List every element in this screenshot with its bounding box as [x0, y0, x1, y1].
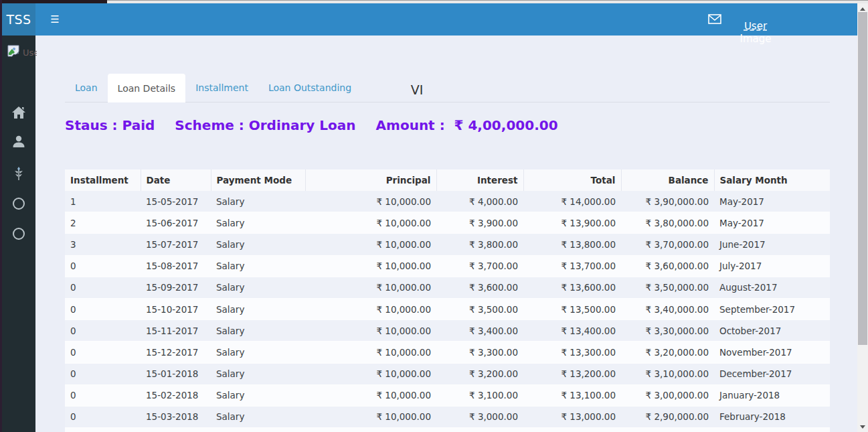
sidebar-toggle-button[interactable]: ☰ — [43, 3, 67, 35]
column-header-date: Date — [141, 169, 211, 191]
cell-interest: ₹ 3,400.00 — [436, 320, 523, 342]
table-row: 0 15-10-2017 Salary ₹ 10,000.00 ₹ 3,500.… — [65, 298, 830, 319]
cell-interest: ₹ 3,100.00 — [436, 384, 523, 406]
cell-salary-month: May-2017 — [714, 191, 830, 212]
tab-loan[interactable]: Loan — [65, 74, 108, 102]
cell-installment: 0 — [65, 298, 141, 319]
cell-salary-month: November-2017 — [714, 342, 830, 363]
loan-details-table: InstallmentDatePayment ModePrincipalInte… — [65, 169, 830, 432]
column-header-installment: Installment — [65, 169, 141, 191]
cell-principal: ₹ 10,000.00 — [305, 342, 436, 363]
cell-principal: ₹ 10,000.00 — [305, 234, 436, 255]
cell-principal: ₹ 10,000.00 — [305, 212, 436, 234]
sidebar-item-menu-2[interactable] — [2, 228, 35, 240]
table-row: 0 15-03-2018 Salary ₹ 10,000.00 ₹ 3,000.… — [65, 406, 830, 427]
scroll-down-button[interactable] — [857, 421, 868, 432]
broken-image-icon — [7, 45, 21, 60]
cell-salary-month: October-2017 — [714, 320, 830, 342]
cell-interest: ₹ 0.00 — [436, 428, 523, 432]
sidebar-item-user[interactable] — [2, 135, 35, 151]
cell-payment-mode: Salary — [211, 342, 305, 363]
cell-principal: ₹ 10,000.00 — [305, 277, 436, 298]
cell-balance: ₹ 3,50,000.00 — [621, 277, 714, 298]
cell-balance: ₹ 3,30,000.00 — [621, 320, 714, 342]
column-header-interest: Interest — [436, 169, 523, 191]
cell-balance: ₹ 3,00,000.00 — [621, 384, 714, 406]
brand-logo[interactable]: TSS — [2, 3, 35, 35]
table-row: 0 15-12-2017 Salary ₹ 10,000.00 ₹ 3,300.… — [65, 342, 830, 363]
window-top-edge-dark — [0, 0, 107, 3]
sidebar-item-scheme[interactable] — [2, 167, 35, 183]
column-header-balance: Balance — [621, 169, 714, 191]
sidebar: Use — [2, 35, 35, 432]
cell-total: ₹ 13,100.00 — [523, 384, 621, 406]
cell-salary-month: July-2017 — [714, 255, 830, 277]
cell-total: ₹ 13,800.00 — [523, 234, 621, 255]
cell-installment: 0 — [65, 277, 141, 298]
cell-date: 15-10-2017 — [141, 298, 211, 319]
cell-principal: ₹ 10,000.00 — [305, 191, 436, 212]
cell-principal: ₹ 2,80,000.00 — [305, 428, 436, 432]
loan-amount-text: Amount : ₹ 4,00,000.00 — [376, 117, 558, 133]
cell-payment-mode: Salary — [211, 384, 305, 406]
user-alt-line2: Image — [735, 33, 776, 46]
cell-total: ₹ 0.00 — [523, 428, 621, 432]
user-avatar-broken-alt[interactable]: User Image — [735, 22, 776, 52]
loan-table-header-row: InstallmentDatePayment ModePrincipalInte… — [65, 169, 830, 191]
cell-payment-mode: Salary — [211, 277, 305, 298]
circle-icon — [13, 228, 25, 240]
tab-bar: Loan Loan Details Installment Loan Outst… — [65, 74, 830, 102]
sidebar-item-home[interactable] — [2, 106, 35, 122]
top-navbar: TSS ☰ User Image — [0, 3, 857, 35]
cell-installment: 0 — [65, 363, 141, 384]
table-row: 22 05-04-2018 Voucher ₹ 2,80,000.00 ₹ 0.… — [65, 428, 830, 432]
circle-icon — [13, 198, 25, 210]
cell-interest: ₹ 3,500.00 — [436, 298, 523, 319]
sidebar-item-menu-1[interactable] — [2, 198, 35, 210]
cell-salary-month: April-2018 — [714, 428, 830, 432]
cell-balance: ₹ 3,10,000.00 — [621, 363, 714, 384]
cell-installment: 0 — [65, 406, 141, 427]
scroll-up-icon — [860, 7, 865, 11]
loan-details-table-wrap: InstallmentDatePayment ModePrincipalInte… — [65, 169, 830, 432]
cell-payment-mode: Salary — [211, 320, 305, 342]
vertical-scrollbar[interactable] — [857, 3, 868, 432]
cell-balance: ₹ 3,90,000.00 — [621, 191, 714, 212]
tab-loan-details[interactable]: Loan Details — [108, 74, 186, 102]
cell-balance: ₹ 3,80,000.00 — [621, 212, 714, 234]
table-row: 0 15-01-2018 Salary ₹ 10,000.00 ₹ 3,200.… — [65, 363, 830, 384]
cell-date: 15-03-2018 — [141, 406, 211, 427]
cell-date: 15-09-2017 — [141, 277, 211, 298]
cell-total: ₹ 14,000.00 — [523, 191, 621, 212]
cell-total: ₹ 13,300.00 — [523, 342, 621, 363]
user-alt-line1: User — [735, 22, 776, 33]
messages-button[interactable] — [708, 14, 724, 26]
cell-interest: ₹ 3,200.00 — [436, 363, 523, 384]
cell-date: 15-12-2017 — [141, 342, 211, 363]
table-row: 1 15-05-2017 Salary ₹ 10,000.00 ₹ 4,000.… — [65, 191, 830, 212]
plant-icon — [14, 167, 23, 183]
envelope-icon — [708, 15, 721, 27]
tab-installment[interactable]: Installment — [185, 74, 258, 102]
table-row: 0 15-02-2018 Salary ₹ 10,000.00 ₹ 3,100.… — [65, 384, 830, 406]
sidebar-user-panel: Use — [7, 44, 37, 61]
main-content: VI Loan Loan Details Installment Loan Ou… — [35, 35, 857, 432]
cell-interest: ₹ 3,000.00 — [436, 406, 523, 427]
table-row: 0 15-11-2017 Salary ₹ 10,000.00 ₹ 3,400.… — [65, 320, 830, 342]
cell-salary-month: January-2018 — [714, 384, 830, 406]
cell-total: ₹ 13,400.00 — [523, 320, 621, 342]
cell-principal: ₹ 10,000.00 — [305, 406, 436, 427]
tab-loan-outstanding[interactable]: Loan Outstanding — [258, 74, 361, 102]
cell-installment: 0 — [65, 384, 141, 406]
cell-installment: 2 — [65, 212, 141, 234]
table-row: 3 15-07-2017 Salary ₹ 10,000.00 ₹ 3,800.… — [65, 234, 830, 255]
window-left-edge — [0, 0, 2, 432]
cell-payment-mode: Voucher — [211, 428, 305, 432]
cell-total: ₹ 13,200.00 — [523, 363, 621, 384]
user-icon — [12, 135, 25, 151]
scrollbar-thumb[interactable] — [858, 12, 867, 345]
cell-salary-month: December-2017 — [714, 363, 830, 384]
column-header-total: Total — [523, 169, 621, 191]
cell-payment-mode: Salary — [211, 234, 305, 255]
cell-total: ₹ 13,600.00 — [523, 277, 621, 298]
